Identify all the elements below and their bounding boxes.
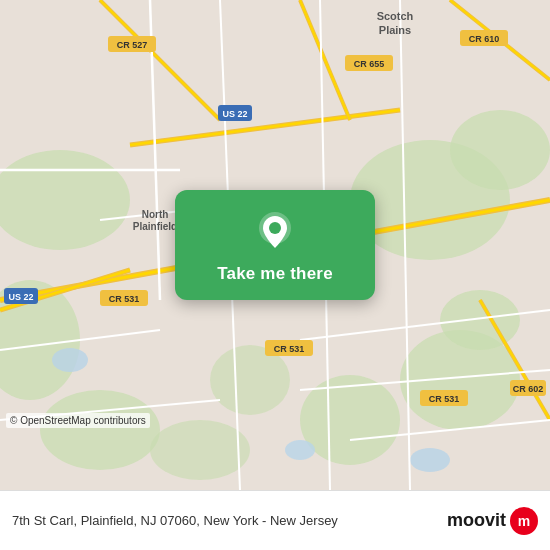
location-pin-icon (253, 210, 297, 254)
bottom-bar: 7th St Carl, Plainfield, NJ 07060, New Y… (0, 490, 550, 550)
svg-point-9 (440, 290, 520, 350)
address-text: 7th St Carl, Plainfield, NJ 07060, New Y… (12, 513, 447, 528)
svg-text:CR 527: CR 527 (117, 40, 148, 50)
svg-point-11 (52, 348, 88, 372)
cta-overlay: Take me there (175, 190, 375, 300)
svg-text:Plainfield: Plainfield (133, 221, 177, 232)
svg-point-12 (285, 440, 315, 460)
svg-point-5 (450, 110, 550, 190)
svg-text:US 22: US 22 (8, 292, 33, 302)
map-container: CR 527 CR 655 CR 610 US 22 US 22 CR 531 … (0, 0, 550, 490)
svg-text:CR 602: CR 602 (513, 384, 544, 394)
svg-text:Scotch: Scotch (377, 10, 414, 22)
svg-text:CR 531: CR 531 (109, 294, 140, 304)
moovit-logo: moovit m (447, 507, 538, 535)
svg-text:CR 531: CR 531 (429, 394, 460, 404)
svg-text:US 22: US 22 (222, 109, 247, 119)
svg-point-62 (269, 222, 281, 234)
svg-text:CR 610: CR 610 (469, 34, 500, 44)
svg-text:CR 531: CR 531 (274, 344, 305, 354)
svg-text:North: North (142, 209, 169, 220)
svg-point-3 (40, 390, 160, 470)
svg-text:Plains: Plains (379, 24, 411, 36)
svg-point-10 (150, 420, 250, 480)
osm-attribution: © OpenStreetMap contributors (6, 413, 150, 428)
svg-text:CR 655: CR 655 (354, 59, 385, 69)
moovit-logo-icon: m (510, 507, 538, 535)
svg-point-13 (410, 448, 450, 472)
moovit-logo-text: moovit (447, 510, 506, 531)
take-me-there-button[interactable]: Take me there (217, 264, 333, 284)
